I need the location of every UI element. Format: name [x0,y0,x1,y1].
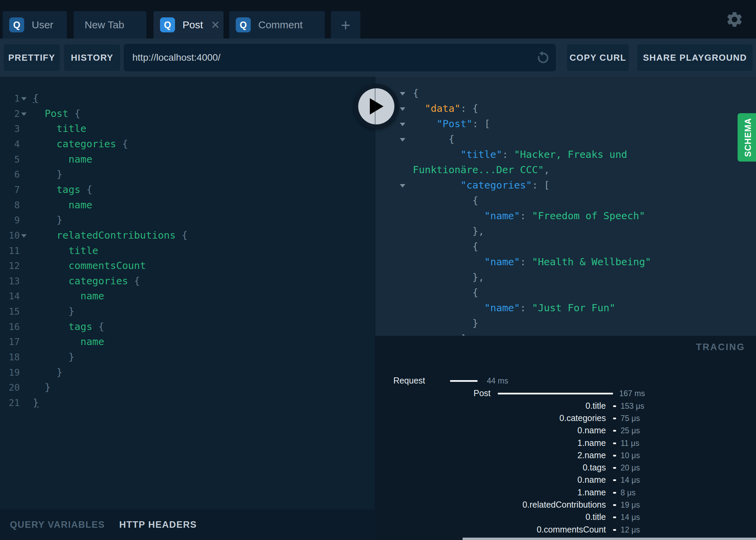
trace-label: Request [393,376,425,386]
fold-chevron-down-icon[interactable] [21,112,27,116]
fold-chevron-down-icon[interactable] [400,184,405,188]
line-number: 12 [0,258,20,273]
trace-duration-value: 10 μs [621,451,640,460]
trace-label: 0.commentsCount [537,525,606,535]
response-line: { [375,193,756,208]
trace-label: 0.tags [583,463,606,472]
line-number: 17 [0,334,20,349]
execute-query-button[interactable] [354,84,399,129]
line-number: 14 [0,288,20,304]
query-line: 6 } [0,167,375,182]
trace-row: 0.name25 μs [375,425,756,437]
response-line: "data": { [375,101,756,116]
trace-duration-value: 14 μs [621,513,640,522]
query-line: 21} [0,395,375,410]
line-number: 4 [0,136,20,152]
response-line: { [375,285,756,300]
trace-label: 1.name [578,487,606,497]
fold-chevron-down-icon[interactable] [400,138,405,141]
fold-chevron-down-icon[interactable] [400,123,405,126]
query-editor[interactable]: 1{2 Post {3 title4 categories {5 name6 }… [0,77,375,510]
response-line: "Post": [ [375,116,756,132]
trace-row: 1.name8 μs [375,487,756,499]
trace-duration-value: 20 μs [621,463,640,472]
response-line: "title": "Hacker, Freaks und [375,147,756,162]
fold-chevron-down-icon[interactable] [400,107,405,111]
trace-duration-value: 75 μs [621,414,640,423]
settings-gear-icon[interactable] [725,10,744,29]
schema-tab-button[interactable]: SCHEMA [738,113,756,162]
reload-schema-icon[interactable] [535,50,550,65]
query-line: 19 } [0,365,375,380]
tab-bar: QUserNew TabQPost×QComment + [0,0,756,39]
query-line: 11 title [0,243,375,258]
schema-tab-label: SCHEMA [743,118,753,157]
tracing-title: TRACING [696,342,745,352]
tab-http-headers[interactable]: HTTP HEADERS [119,520,197,530]
tab-user[interactable]: QUser [3,11,67,39]
line-number: 20 [0,380,20,395]
tab-label: New Tab [85,19,124,31]
line-number: 18 [0,349,20,365]
line-number: 8 [0,197,20,213]
tab-new-tab[interactable]: New Tab [74,11,146,39]
toolbar: PRETTIFY HISTORY COPY CURL SHARE PLAYGRO… [0,39,756,77]
share-playground-button[interactable]: SHARE PLAYGROUND [637,44,753,71]
prettify-button[interactable]: PRETTIFY [4,44,60,71]
history-button[interactable]: HISTORY [64,44,120,71]
trace-duration-bar [498,393,613,394]
response-line: }, [375,270,756,285]
tracing-scrollbar[interactable] [463,538,756,540]
play-icon [358,88,394,124]
tab-query-variables[interactable]: QUERY VARIABLES [10,520,105,530]
trace-duration-bar [613,467,616,469]
close-tab-icon[interactable]: × [211,18,220,32]
query-badge-icon: Q [236,17,251,32]
query-line: 15 } [0,304,375,319]
response-line: Funktionäre...Der CCC", [375,162,756,178]
trace-row: Request44 ms [375,376,756,387]
line-number: 16 [0,319,20,334]
trace-label: 0.name [578,425,606,435]
trace-duration-bar [613,529,616,531]
response-line: "name": "Just For Fun" [375,300,756,316]
tracing-panel: TRACING Request44 msPost167 ms0.title153… [375,336,756,540]
trace-duration-bar [613,516,616,518]
fold-chevron-down-icon[interactable] [21,97,27,101]
response-line: ] [375,331,756,336]
query-line: 16 tags { [0,319,375,334]
tab-comment[interactable]: QComment [229,11,325,39]
endpoint-url-input[interactable] [124,44,556,71]
response-line: { [375,239,756,254]
trace-row: 0.commentsCount12 μs [375,525,756,536]
tab-label: User [32,19,53,31]
response-line: { [375,86,756,101]
trace-duration-bar [613,430,616,432]
trace-duration-value: 44 ms [487,376,508,386]
trace-label: 2.name [578,450,606,460]
query-line: 8 name [0,197,375,213]
trace-duration-value: 25 μs [621,426,640,435]
trace-duration-bar [613,418,616,419]
trace-duration-bar [613,479,616,481]
trace-row: 0.relatedContributions19 μs [375,500,756,511]
trace-label: 0.relatedContributions [522,500,606,510]
line-number: 15 [0,304,20,319]
trace-duration-bar [613,455,616,456]
line-number: 7 [0,182,20,197]
trace-row: 0.title14 μs [375,512,756,524]
response-line: "name": "Health & Wellbeing" [375,254,756,270]
tab-label: Post [183,19,203,31]
fold-chevron-down-icon[interactable] [400,92,405,95]
trace-row: 0.categories75 μs [375,413,756,425]
tab-post[interactable]: QPost× [154,11,223,39]
bottom-bar: QUERY VARIABLES HTTP HEADERS [0,510,375,540]
copy-curl-button[interactable]: COPY CURL [567,44,629,71]
trace-duration-bar [613,492,616,494]
pane-divider [375,77,375,540]
trace-duration-value: 11 μs [621,439,639,448]
query-line: 5 name [0,152,375,167]
response-line: } [375,316,756,331]
fold-chevron-down-icon[interactable] [21,234,27,238]
new-tab-button[interactable]: + [331,11,360,39]
